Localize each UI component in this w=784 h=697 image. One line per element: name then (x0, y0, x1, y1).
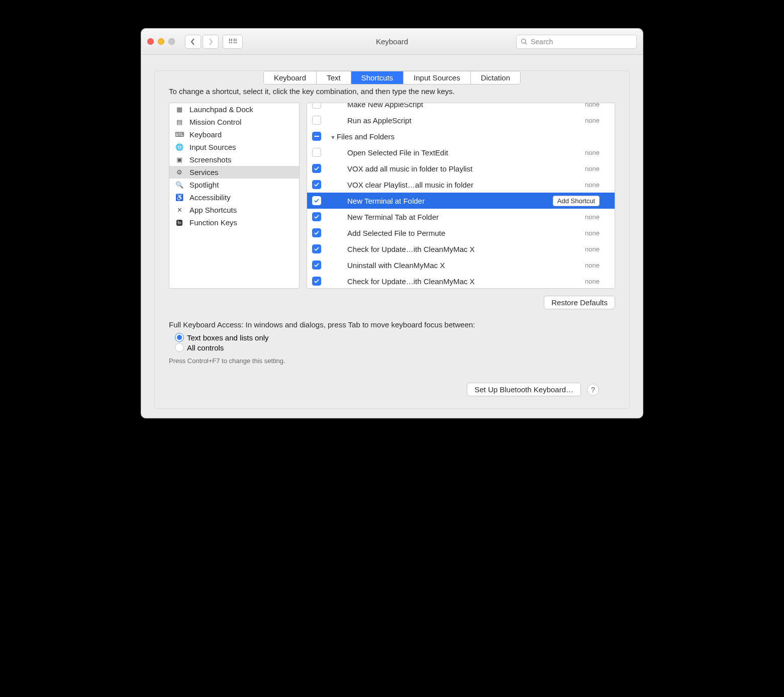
fka-radio-group: Text boxes and lists only All controls (169, 333, 615, 352)
restore-defaults-button[interactable]: Restore Defaults (544, 296, 615, 309)
shortcut-label: Run as AppleScript (327, 116, 585, 125)
shortcut-row[interactable]: Make New AppleScriptnone (307, 103, 615, 112)
shortcut-keys: none (585, 245, 615, 253)
sidebar-item-screenshots[interactable]: ▣Screenshots (169, 153, 299, 166)
sidebar-item-launchpad-dock[interactable]: ▦Launchpad & Dock (169, 103, 299, 116)
sidebar-item-services[interactable]: ⚙Services (169, 166, 299, 179)
bottom-row: Set Up Bluetooth Keyboard… ? (169, 365, 615, 396)
search-field[interactable]: Search (516, 35, 637, 49)
shortcut-row[interactable]: New Terminal Tab at Foldernone (307, 209, 615, 225)
category-icon: ⌨ (174, 131, 184, 139)
shortcut-row[interactable]: VOX clear Playlist…all music in folderno… (307, 177, 615, 193)
shortcut-label: Add Selected File to Permute (327, 229, 585, 237)
checkbox[interactable] (312, 103, 321, 109)
forward-button[interactable] (203, 35, 219, 49)
tab-text[interactable]: Text (317, 71, 351, 84)
checkbox[interactable] (312, 164, 321, 173)
checkbox[interactable] (312, 180, 321, 189)
radio-all-controls[interactable]: All controls (175, 343, 615, 352)
checkbox[interactable] (312, 132, 321, 141)
shortcut-keys: none (585, 165, 615, 172)
add-shortcut-button[interactable]: Add Shortcut (553, 196, 600, 206)
sidebar-item-mission-control[interactable]: ▤Mission Control (169, 116, 299, 128)
hint-text: To change a shortcut, select it, click t… (169, 87, 615, 96)
shortcut-row[interactable]: Open Selected File in TextEditnone (307, 144, 615, 160)
checkbox[interactable] (312, 277, 321, 286)
checkbox[interactable] (312, 260, 321, 270)
category-icon: ✕ (174, 206, 184, 214)
sidebar-item-label: Function Keys (189, 218, 237, 227)
shortcut-label: Open Selected File in TextEdit (327, 148, 585, 157)
sidebar-item-label: App Shortcuts (189, 206, 237, 214)
restore-row: Restore Defaults (169, 296, 615, 309)
sidebar-item-accessibility[interactable]: ♿Accessibility (169, 191, 299, 204)
grid-icon: ⠿⠿ (228, 38, 237, 45)
shortcut-row[interactable]: Check for Update…ith CleanMyMac Xnone (307, 273, 615, 289)
shortcut-row[interactable]: Run as AppleScriptnone (307, 112, 615, 128)
shortcut-keys: none (585, 103, 615, 108)
shortcut-keys: none (585, 262, 615, 269)
category-icon: ▤ (174, 118, 184, 126)
checkbox[interactable] (312, 148, 321, 157)
radio-icon (175, 333, 184, 342)
group-label: ▼Files and Folders (327, 132, 615, 141)
nav-buttons (185, 35, 219, 49)
shortcut-row[interactable]: Check for Update…ith CleanMyMac Xnone (307, 241, 615, 257)
sidebar-item-label: Accessibility (189, 193, 231, 202)
sidebar-item-app-shortcuts[interactable]: ✕App Shortcuts (169, 204, 299, 216)
checkbox[interactable] (312, 196, 321, 205)
back-button[interactable] (185, 35, 201, 49)
close-button[interactable] (147, 38, 154, 45)
window-controls (147, 38, 175, 45)
sidebar-item-keyboard[interactable]: ⌨Keyboard (169, 128, 299, 141)
sidebar-item-input-sources[interactable]: 🌐Input Sources (169, 141, 299, 153)
shortcut-label: VOX add all music in folder to Playlist (327, 164, 585, 173)
shortcut-label: Check for Update…ith CleanMyMac X (327, 277, 585, 286)
shortcut-row[interactable]: VOX add all music in folder to Playlistn… (307, 160, 615, 177)
chevron-left-icon (190, 38, 195, 45)
shortcut-keys: none (585, 278, 615, 285)
tabs: KeyboardTextShortcutsInput SourcesDictat… (263, 71, 521, 84)
shortcut-label: New Terminal at Folder (327, 197, 553, 205)
preferences-window: ⠿⠿ Keyboard Search KeyboardTextShortcuts… (141, 28, 643, 418)
tab-keyboard[interactable]: Keyboard (264, 71, 317, 84)
shortcut-group-row[interactable]: ▼Files and Folders (307, 128, 615, 144)
help-button[interactable]: ? (587, 384, 599, 396)
chevron-right-icon (208, 38, 213, 45)
sidebar-item-label: Keyboard (189, 130, 222, 139)
radio-label: Text boxes and lists only (187, 333, 269, 342)
radio-icon (175, 343, 184, 352)
shortcuts-list[interactable]: Make New AppleScriptnoneRun as AppleScri… (307, 103, 615, 289)
checkbox[interactable] (312, 244, 321, 253)
tab-input-sources[interactable]: Input Sources (404, 71, 471, 84)
setup-bluetooth-button[interactable]: Set Up Bluetooth Keyboard… (467, 383, 581, 396)
titlebar: ⠿⠿ Keyboard Search (141, 29, 643, 55)
category-icon: 🌐 (174, 143, 184, 151)
minimize-button[interactable] (158, 38, 164, 45)
radio-text-boxes-only[interactable]: Text boxes and lists only (175, 333, 615, 342)
shortcut-row[interactable]: New Terminal at FolderAdd Shortcut (307, 193, 615, 209)
shortcut-keys: none (585, 229, 615, 237)
shortcut-row[interactable]: Add Selected File to Permutenone (307, 225, 615, 241)
shortcut-label: Uninstall with CleanMyMac X (327, 261, 585, 270)
shortcut-label: Make New AppleScript (327, 103, 585, 109)
sidebar-item-label: Spotlight (189, 181, 219, 189)
columns: ▦Launchpad & Dock▤Mission Control⌨Keyboa… (169, 103, 615, 289)
search-placeholder: Search (531, 38, 553, 46)
tabs-wrap: KeyboardTextShortcutsInput SourcesDictat… (141, 55, 643, 84)
disclosure-triangle-icon[interactable]: ▼ (330, 134, 336, 140)
shortcut-row[interactable]: Uninstall with CleanMyMac Xnone (307, 257, 615, 273)
fka-footnote: Press Control+F7 to change this setting. (169, 357, 615, 365)
sidebar-item-label: Launchpad & Dock (189, 105, 253, 114)
show-all-button[interactable]: ⠿⠿ (223, 35, 243, 49)
sidebar-item-spotlight[interactable]: 🔍Spotlight (169, 179, 299, 191)
checkbox[interactable] (312, 212, 321, 221)
checkbox[interactable] (312, 116, 321, 125)
checkbox[interactable] (312, 228, 321, 237)
tab-dictation[interactable]: Dictation (471, 71, 520, 84)
tab-shortcuts[interactable]: Shortcuts (351, 71, 404, 84)
shortcut-keys: none (585, 181, 615, 189)
category-sidebar[interactable]: ▦Launchpad & Dock▤Mission Control⌨Keyboa… (169, 103, 300, 289)
shortcut-keys: none (585, 149, 615, 156)
sidebar-item-function-keys[interactable]: fnFunction Keys (169, 216, 299, 229)
